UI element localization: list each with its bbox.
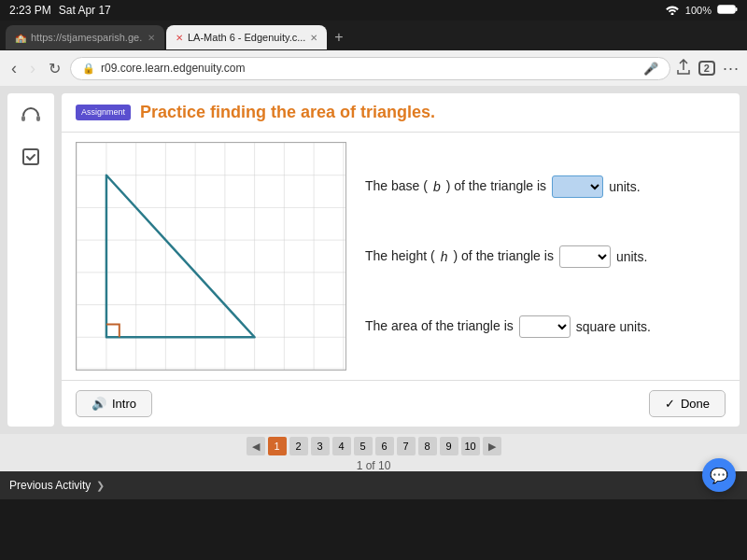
base-dropdown[interactable]: 5 6 7 8 10 — [552, 175, 603, 198]
nav-action-icons: 2 ··· — [676, 59, 740, 78]
date-display: Sat Apr 17 — [59, 4, 111, 17]
prev-page-button[interactable]: ◀ — [247, 437, 265, 455]
svg-rect-3 — [36, 116, 40, 121]
svg-rect-1 — [736, 7, 738, 11]
check-icon: ✓ — [665, 397, 675, 411]
main-panel: Assignment Practice finding the area of … — [62, 93, 740, 427]
lock-icon: 🔒 — [82, 63, 95, 75]
tab2-close-icon[interactable]: ✕ — [310, 33, 317, 43]
edgenuity-container: Assignment Practice finding the area of … — [0, 86, 747, 434]
tab1-close-icon[interactable]: ✕ — [148, 33, 155, 43]
share-button[interactable] — [676, 59, 691, 78]
intro-label: Intro — [112, 397, 136, 411]
panel-header: Assignment Practice finding the area of … — [62, 93, 740, 133]
tab1-favicon: 🏫 — [15, 33, 26, 43]
svg-rect-4 — [23, 149, 38, 164]
more-options-button[interactable]: ··· — [723, 59, 740, 78]
url-text: r09.core.learn.edgenuity.com — [101, 62, 638, 75]
chat-icon: 💬 — [710, 467, 728, 484]
tab-stjames[interactable]: 🏫 https://stjamesparish.ge... ✕ — [6, 25, 164, 49]
q1-text-after: ) of the triangle is — [446, 176, 546, 196]
q2-text-before: The height ( — [365, 246, 435, 266]
assignment-badge: Assignment — [76, 105, 131, 120]
pagination-controls: ◀ 1 2 3 4 5 6 7 8 9 10 ▶ — [247, 437, 501, 455]
q1-italic: b — [433, 179, 441, 194]
q3-text-before: The area of the triangle is — [365, 316, 514, 336]
question-area: The area of the triangle is 10 12 15 20 … — [365, 315, 726, 338]
q2-suffix: units. — [616, 249, 647, 264]
address-bar[interactable]: 🔒 r09.core.learn.edgenuity.com 🎤 — [70, 57, 670, 80]
content-area: The base ( b ) of the triangle is 5 6 7 … — [62, 133, 740, 380]
q1-text-before: The base ( — [365, 176, 428, 196]
tab1-label: https://stjamesparish.ge... — [31, 32, 143, 43]
q1-suffix: units. — [609, 179, 640, 194]
svg-rect-2 — [21, 116, 25, 121]
battery-icon — [717, 4, 738, 18]
triangle-grid-canvas — [76, 142, 346, 371]
intro-button[interactable]: 🔊 Intro — [76, 390, 152, 417]
question-height: The height ( h ) of the triangle is 5 6 … — [365, 245, 726, 268]
headphones-icon[interactable] — [16, 101, 46, 131]
page-4-button[interactable]: 4 — [332, 437, 351, 455]
tab2-favicon: ✕ — [176, 33, 183, 43]
page-8-button[interactable]: 8 — [418, 437, 437, 455]
panel-title: Practice finding the area of triangles. — [140, 103, 435, 122]
question-base: The base ( b ) of the triangle is 5 6 7 … — [365, 175, 726, 198]
svg-rect-0 — [718, 6, 735, 13]
page-5-button[interactable]: 5 — [354, 437, 373, 455]
page-3-button[interactable]: 3 — [311, 437, 330, 455]
speaker-icon: 🔊 — [92, 397, 106, 411]
previous-activity-button[interactable]: Previous Activity ❯ — [9, 479, 105, 492]
back-button[interactable]: ‹ — [7, 57, 21, 80]
done-label: Done — [681, 397, 710, 411]
tabs-bar: 🏫 https://stjamesparish.ge... ✕ ✕ LA-Mat… — [0, 21, 747, 50]
height-dropdown[interactable]: 5 6 7 8 10 — [559, 245, 611, 268]
page-info: 1 of 10 — [357, 459, 391, 472]
forward-button[interactable]: › — [26, 57, 39, 80]
tab-edgenuity[interactable]: ✕ LA-Math 6 - Edgenuity.c... ✕ — [166, 25, 327, 49]
previous-activity-label: Previous Activity — [9, 479, 91, 492]
bottom-bar: Previous Activity ❯ 💬 — [0, 471, 747, 499]
q3-suffix: square units. — [576, 319, 651, 334]
left-sidebar — [7, 93, 54, 427]
page-9-button[interactable]: 9 — [440, 437, 458, 455]
area-dropdown[interactable]: 10 12 15 20 25 — [519, 315, 571, 338]
mic-icon[interactable]: 🎤 — [643, 62, 658, 76]
status-bar: 2:23 PM Sat Apr 17 100% — [0, 0, 747, 21]
battery-display: 100% — [685, 5, 712, 16]
next-page-button[interactable]: ▶ — [483, 437, 501, 455]
q2-italic: h — [441, 249, 448, 264]
page-10-button[interactable]: 10 — [461, 437, 480, 455]
questions-panel: The base ( b ) of the triangle is 5 6 7 … — [365, 142, 726, 371]
page-7-button[interactable]: 7 — [397, 437, 416, 455]
navigation-bar: ‹ › ↻ 🔒 r09.core.learn.edgenuity.com 🎤 2… — [0, 50, 747, 86]
time-display: 2:23 PM — [9, 4, 51, 17]
page-2-button[interactable]: 2 — [289, 437, 308, 455]
checkmark-list-icon[interactable] — [16, 142, 46, 172]
new-tab-button[interactable]: + — [329, 29, 348, 46]
grid-svg — [77, 143, 345, 370]
q2-text-after: ) of the triangle is — [454, 246, 554, 266]
done-button[interactable]: ✓ Done — [649, 390, 726, 417]
page-1-button[interactable]: 1 — [268, 437, 287, 455]
pagination-bar: ◀ 1 2 3 4 5 6 7 8 9 10 ▶ 1 of 10 — [0, 434, 747, 471]
refresh-button[interactable]: ↻ — [45, 58, 64, 79]
tab-count-badge[interactable]: 2 — [698, 61, 715, 76]
wifi-icon — [665, 4, 680, 18]
tab2-label: LA-Math 6 - Edgenuity.c... — [188, 32, 305, 43]
svg-marker-23 — [106, 175, 255, 338]
panel-footer: 🔊 Intro ✓ Done — [62, 380, 740, 427]
chat-bubble-button[interactable]: 💬 — [702, 458, 736, 492]
page-6-button[interactable]: 6 — [375, 437, 394, 455]
chevron-right-icon: ❯ — [96, 480, 105, 492]
